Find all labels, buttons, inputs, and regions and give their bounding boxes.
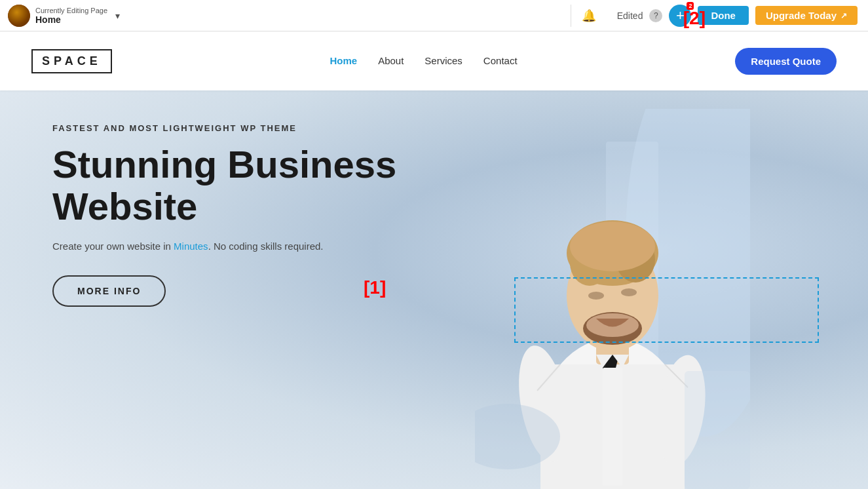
currently-editing-label: Currently Editing Page [35,7,107,14]
site-logo: SPACE [31,49,112,73]
add-button[interactable]: + 2 [669,5,691,27]
hero-title: Stunning Business Website [52,144,396,227]
svg-point-9 [570,222,655,271]
upgrade-button[interactable]: Upgrade Today ↗ [755,6,858,25]
hero-subtitle: FASTEST AND MOST LIGHTWEIGHT WP THEME [52,123,396,133]
hero-title-line2: Website [52,185,197,227]
page-info: Currently Editing Page Home [35,7,107,25]
hero-title-line1: Stunning Business [52,143,396,186]
avatar [8,5,30,27]
hero-section: FASTEST AND MOST LIGHTWEIGHT WP THEME St… [0,90,868,489]
badge: 2 [687,2,694,10]
bell-icon[interactable]: 🔔 [582,9,596,23]
external-link-icon: ↗ [840,11,847,20]
svg-rect-24 [685,371,750,489]
page-name: Home [35,14,107,25]
svg-rect-18 [603,368,622,486]
hero-description: Create your own website in Minutes. No c… [52,241,396,252]
nav-link-contact[interactable]: Contact [483,55,518,66]
chevron-down-icon[interactable]: ▾ [115,10,120,21]
nav-item-home[interactable]: Home [330,55,357,67]
nav-item-contact[interactable]: Contact [483,55,518,67]
help-icon[interactable]: ? [649,9,662,22]
editor-bar-left: Currently Editing Page Home ▾ [0,5,571,27]
upgrade-label: Upgrade Today [766,10,837,21]
hero-highlight: Minutes [174,241,208,252]
site-wrapper: SPACE Home About Services Contact Reques… [0,31,868,489]
edited-status: Edited [617,10,643,21]
nav-link-about[interactable]: About [378,55,404,66]
site-nav: SPACE Home About Services Contact Reques… [0,31,868,90]
hero-man-figure [475,109,750,489]
request-quote-button[interactable]: Request Quote [735,48,837,75]
nav-item-about[interactable]: About [378,55,404,67]
svg-point-11 [621,288,637,296]
site-menu: Home About Services Contact [330,55,517,67]
nav-link-home[interactable]: Home [330,55,357,66]
svg-point-10 [588,292,604,300]
plus-icon: + [676,7,685,24]
editor-bar: Currently Editing Page Home ▾ 🔔 Edited ?… [0,0,868,31]
avatar-image [8,5,30,27]
done-button[interactable]: Done [698,6,749,25]
hero-content: FASTEST AND MOST LIGHTWEIGHT WP THEME St… [52,123,396,307]
more-info-button[interactable]: MORE INFO [52,275,166,307]
nav-item-services[interactable]: Services [425,55,462,67]
editor-bar-middle: 🔔 [571,9,607,23]
nav-link-services[interactable]: Services [425,55,462,66]
editor-bar-right: Edited ? + 2 Done Upgrade Today ↗ [607,5,868,27]
